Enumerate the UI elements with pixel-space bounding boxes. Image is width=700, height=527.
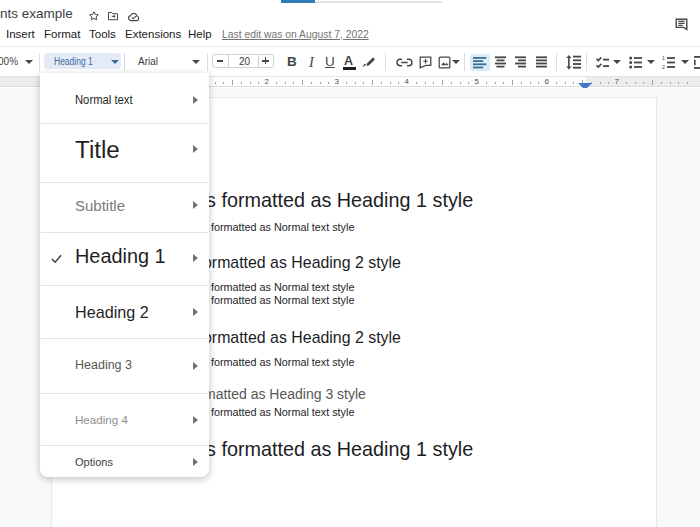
svg-text:2: 2 <box>662 63 665 68</box>
svg-text:1: 1 <box>662 56 665 61</box>
